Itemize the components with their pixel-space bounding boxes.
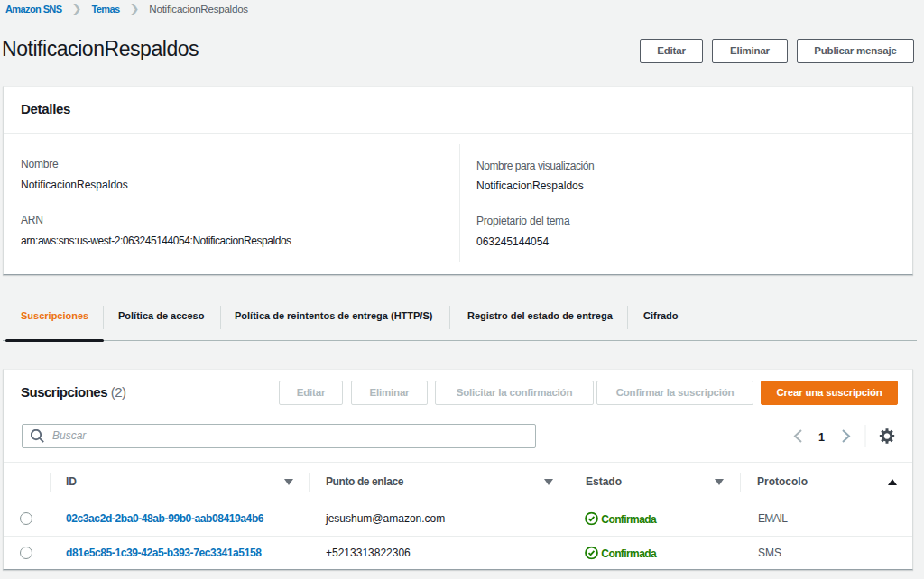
svg-text:1: 1 [818, 431, 825, 444]
